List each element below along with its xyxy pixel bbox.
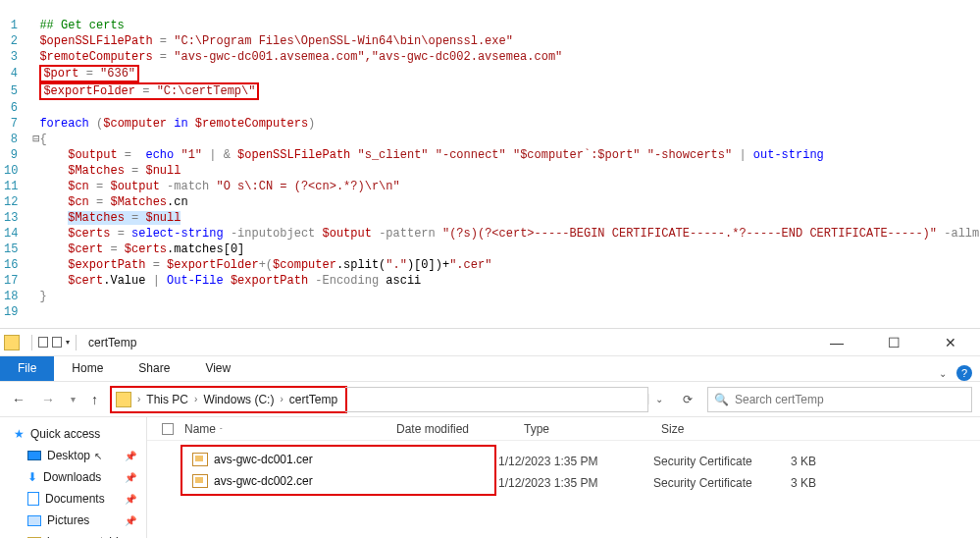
download-icon: ⬇	[27, 470, 37, 484]
cert-file-icon	[192, 474, 208, 488]
qat-dropdown-icon[interactable]	[38, 337, 48, 348]
sort-indicator-icon: ˆ	[220, 426, 223, 435]
chevron-down-icon[interactable]: ▾	[66, 338, 70, 347]
file-list-pane: Nameˆ Date modified Type Size avs-gwc-dc…	[147, 417, 980, 538]
desktop-icon	[27, 451, 41, 460]
back-button[interactable]: ←	[8, 392, 29, 407]
search-placeholder: Search certTemp	[735, 393, 824, 406]
pin-icon: 📌	[125, 515, 136, 526]
port-line-highlight: $port = "636"	[39, 65, 139, 82]
file-row[interactable]: avs-gwc-dc002.cer	[182, 470, 494, 492]
share-tab[interactable]: Share	[121, 356, 187, 381]
breadcrumb-thispc[interactable]: This PC	[142, 393, 192, 406]
folder-icon	[4, 335, 20, 350]
breadcrumb-folder[interactable]: certTemp	[285, 393, 341, 406]
close-button[interactable]: ✕	[933, 335, 968, 350]
address-bar-highlight: › This PC › Windows (C:) › certTemp	[110, 386, 347, 413]
document-icon	[27, 492, 39, 506]
help-icon[interactable]: ?	[956, 365, 972, 381]
column-name[interactable]: Nameˆ	[181, 422, 396, 436]
file-type: Security Certificate	[653, 455, 791, 468]
minimize-button[interactable]: —	[819, 335, 854, 350]
window-title: certTemp	[88, 336, 136, 350]
chevron-right-icon[interactable]: ›	[135, 394, 142, 404]
pictures-icon	[27, 515, 41, 526]
file-row[interactable]: avs-gwc-dc001.cer	[182, 449, 494, 470]
forward-button[interactable]: →	[37, 392, 59, 407]
column-size[interactable]: Size	[661, 422, 720, 436]
file-type: Security Certificate	[653, 476, 791, 490]
file-date: 1/12/2023 1:35 PM	[498, 455, 653, 468]
file-size: 3 KB	[791, 455, 850, 468]
qat-button-icon[interactable]	[52, 337, 62, 348]
search-input[interactable]: 🔍 Search certTemp	[707, 387, 972, 412]
code-editor: 1 ## Get certs 2 $openSSLFilePath = "C:\…	[0, 0, 980, 328]
file-date: 1/12/2023 1:35 PM	[498, 476, 653, 490]
pin-icon: 📌	[125, 472, 136, 483]
sidebar: ★Quick access Desktop↖📌 ⬇Downloads📌 Docu…	[0, 417, 147, 538]
sidebar-pictures[interactable]: Pictures📌	[0, 510, 146, 531]
breadcrumb-drive[interactable]: Windows (C:)	[199, 393, 278, 406]
column-type[interactable]: Type	[524, 422, 661, 436]
column-date[interactable]: Date modified	[396, 422, 524, 436]
address-dropdown-icon[interactable]: ⌄	[648, 394, 668, 404]
cert-file-icon	[192, 453, 208, 466]
maximize-button[interactable]: ☐	[876, 335, 911, 350]
file-explorer: ▾ certTemp — ☐ ✕ File Home Share View ⌄ …	[0, 328, 980, 538]
title-bar[interactable]: ▾ certTemp — ☐ ✕	[0, 329, 980, 356]
sidebar-downloads[interactable]: ⬇Downloads📌	[0, 466, 146, 488]
ribbon-expand-icon[interactable]: ⌄	[939, 368, 947, 379]
sidebar-quick-access[interactable]: ★Quick access	[0, 423, 146, 445]
chevron-right-icon[interactable]: ›	[278, 394, 284, 404]
pin-icon: 📌	[125, 451, 136, 461]
sidebar-desktop[interactable]: Desktop↖📌	[0, 445, 146, 466]
exportfolder-line-highlight: $exportFolder = "C:\certTemp\"	[39, 82, 259, 100]
sidebar-documents[interactable]: Documents📌	[0, 488, 146, 510]
ribbon: File Home Share View ⌄ ?	[0, 356, 980, 382]
file-size: 3 KB	[791, 476, 850, 490]
pin-icon: 📌	[125, 494, 136, 505]
sidebar-folder-kenyon[interactable]: kenyonwatching	[0, 531, 146, 538]
view-tab[interactable]: View	[187, 356, 248, 381]
cursor-icon: ↖	[94, 451, 102, 461]
search-icon: 🔍	[714, 393, 729, 406]
chevron-right-icon[interactable]: ›	[192, 394, 199, 404]
recent-dropdown-icon[interactable]: ▾	[67, 394, 79, 404]
refresh-button[interactable]: ⟳	[676, 393, 699, 406]
selected-line: $Matches = $null	[68, 211, 181, 225]
star-icon: ★	[14, 427, 25, 441]
column-headers: Nameˆ Date modified Type Size	[147, 417, 980, 441]
up-button[interactable]: ↑	[87, 392, 102, 407]
home-tab[interactable]: Home	[54, 356, 121, 381]
file-tab[interactable]: File	[0, 356, 54, 381]
nav-row: ← → ▾ ↑ › This PC › Windows (C:) › certT…	[0, 382, 980, 417]
folder-icon	[116, 392, 131, 407]
address-bar[interactable]	[345, 387, 648, 412]
select-all-checkbox[interactable]	[162, 423, 174, 435]
files-highlight: avs-gwc-dc001.cer avs-gwc-dc002.cer	[181, 445, 496, 496]
